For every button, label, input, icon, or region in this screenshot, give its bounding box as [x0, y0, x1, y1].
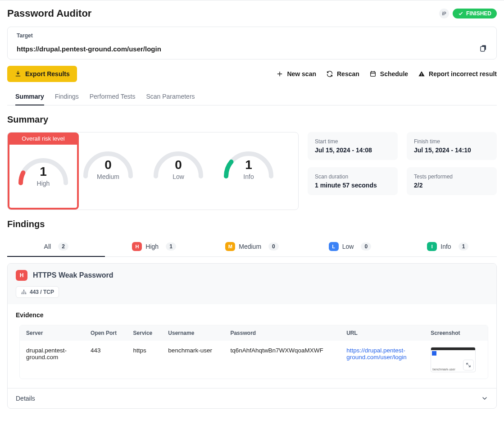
evidence-title: Evidence [16, 311, 488, 319]
severity-low-icon: L [329, 242, 339, 251]
cell-url-link[interactable]: https://drupal.pentest-ground.com/user/l… [346, 347, 407, 361]
target-label: Target [17, 32, 487, 39]
cell-password: tq6nAhfAhqtwBn7WXWqoaMXWF [224, 341, 340, 379]
cell-server: drupal.pentest-ground.com [20, 341, 84, 379]
overall-risk-label: Overall risk level [8, 132, 79, 145]
check-icon [458, 11, 463, 16]
svg-rect-1 [481, 46, 485, 51]
findings-tab-low[interactable]: L Low 0 [301, 237, 399, 256]
tab-summary[interactable]: Summary [15, 88, 44, 105]
count-badge: 0 [268, 242, 279, 251]
stat-start-time: Start time Jul 15, 2024 - 14:08 [308, 132, 398, 160]
refresh-icon [326, 70, 333, 78]
col-password: Password [224, 325, 340, 341]
chevron-down-icon [481, 395, 488, 402]
finding-title: HTTPS Weak Password [33, 271, 113, 279]
plus-icon [276, 70, 283, 78]
severity-medium-icon: M [225, 242, 235, 251]
col-server: Server [20, 325, 84, 341]
network-icon [21, 289, 27, 295]
stat-finish-time: Finish time Jul 15, 2024 - 14:10 [407, 132, 497, 160]
warning-icon [418, 70, 425, 78]
gauge-high: 1 High [14, 149, 73, 203]
copy-icon [479, 44, 487, 52]
findings-tabs: All 2 H High 1 M Medium 0 L Low 0 I Info… [7, 237, 497, 257]
screenshot-thumbnail[interactable]: benchmark-user [431, 347, 476, 372]
col-screenshot: Screenshot [424, 325, 488, 341]
gauge-info: 1 Info [219, 142, 278, 196]
svg-point-5 [23, 290, 25, 291]
col-username: Username [162, 325, 224, 341]
stat-duration: Scan duration 1 minute 57 seconds [308, 167, 398, 195]
tab-performed-tests[interactable]: Performed Tests [90, 88, 136, 105]
copy-button[interactable] [479, 44, 487, 54]
count-badge: 2 [58, 242, 68, 251]
col-url: URL [340, 325, 424, 341]
download-icon [14, 70, 22, 78]
main-tabs: Summary Findings Performed Tests Scan Pa… [7, 88, 497, 105]
target-card: Target https://drupal.pentest-ground.com… [7, 27, 497, 59]
gauge-low: 0 Low [149, 142, 208, 196]
svg-point-8 [25, 293, 27, 294]
finding-card: H HTTPS Weak Password 443 / TCP Evidence… [7, 263, 497, 409]
tab-scan-parameters[interactable]: Scan Parameters [146, 88, 195, 105]
svg-rect-4 [421, 75, 422, 76]
col-open-port: Open Port [84, 325, 127, 341]
findings-section-title: Findings [7, 219, 497, 229]
svg-rect-2 [370, 72, 375, 76]
findings-tab-all[interactable]: All 2 [7, 237, 105, 257]
severity-high-icon: H [132, 242, 142, 251]
count-badge: 1 [166, 242, 176, 251]
port-chip: 443 / TCP [16, 286, 59, 298]
table-row: drupal.pentest-ground.com 443 https benc… [20, 341, 488, 379]
rescan-button[interactable]: Rescan [326, 70, 359, 78]
svg-point-7 [23, 293, 25, 294]
report-incorrect-button[interactable]: Report incorrect result [418, 70, 497, 78]
page-title: Password Auditor [7, 8, 91, 19]
new-scan-button[interactable]: New scan [276, 70, 316, 78]
count-badge: 0 [361, 242, 371, 251]
findings-tab-medium[interactable]: M Medium 0 [203, 237, 301, 256]
expand-icon[interactable] [463, 360, 473, 370]
calendar-icon [369, 70, 377, 78]
cell-open-port: 443 [84, 341, 127, 379]
target-url: https://drupal.pentest-ground.com/user/l… [17, 45, 161, 53]
findings-tab-high[interactable]: H High 1 [105, 237, 203, 256]
summary-section-title: Summary [7, 114, 497, 125]
stat-tests-performed: Tests performed 2/2 [407, 167, 497, 195]
schedule-button[interactable]: Schedule [369, 70, 408, 78]
gauge-medium: 0 Medium [79, 142, 137, 196]
severity-high-icon: H [16, 270, 27, 281]
cell-username: benchmark-user [162, 341, 224, 379]
findings-tab-info[interactable]: I Info 1 [399, 237, 497, 256]
cell-service: https [127, 341, 162, 379]
svg-rect-3 [421, 73, 422, 75]
details-toggle[interactable]: Details [8, 388, 496, 408]
col-service: Service [127, 325, 162, 341]
export-results-button[interactable]: Export Results [7, 66, 77, 82]
tab-findings[interactable]: Findings [55, 88, 79, 105]
severity-info-icon: I [427, 242, 437, 251]
ip-badge[interactable]: iP [439, 9, 449, 18]
evidence-table: Server Open Port Service Username Passwo… [20, 325, 488, 379]
count-badge: 1 [459, 242, 469, 251]
svg-point-6 [22, 293, 23, 294]
gauges-card: Overall risk level 1 High 0 Medium 0 Low [7, 132, 299, 210]
status-badge: FINISHED [453, 9, 497, 18]
